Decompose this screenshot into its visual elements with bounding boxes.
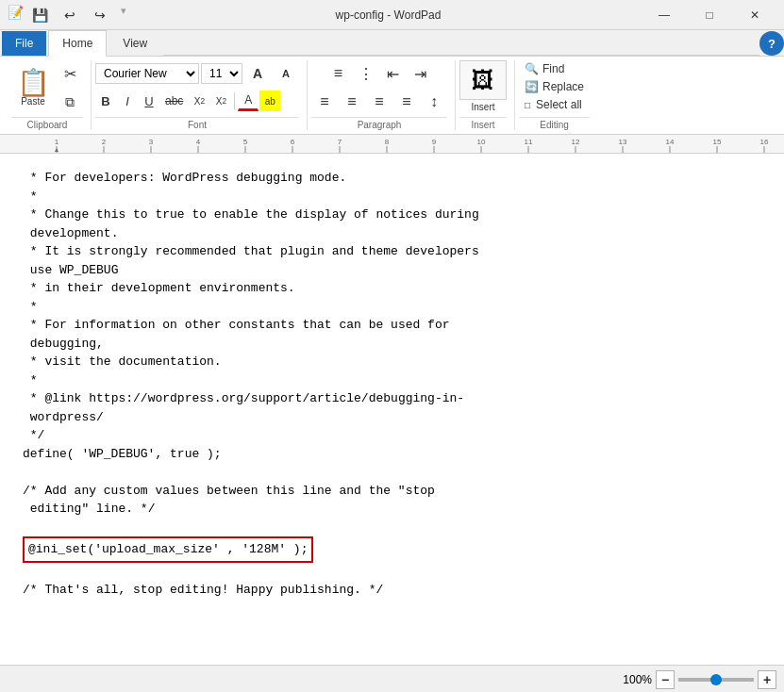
quick-access-redo[interactable]: ↪: [87, 5, 113, 25]
superscript-button[interactable]: X2: [210, 91, 231, 111]
insert-picture-area: 🖼: [459, 60, 507, 100]
increase-indent-button[interactable]: ⇥: [408, 60, 434, 87]
bullets-button[interactable]: ≡: [325, 60, 352, 87]
svg-text:6: 6: [291, 138, 295, 146]
svg-text:3: 3: [149, 138, 154, 146]
title-bar: 📝 💾 ↩ ↪ ▾ wp-config - WordPad — □ ✕: [0, 0, 784, 30]
cut-button[interactable]: ✂: [57, 60, 83, 87]
highlighted-code-line: @ini_set('upload_max_size' , '128M' );: [23, 536, 313, 563]
font-name-select[interactable]: Courier New: [95, 63, 199, 84]
decrease-indent-button[interactable]: ⇤: [380, 60, 407, 87]
font-size-select[interactable]: 11: [201, 63, 242, 84]
paste-icon: 📋: [17, 70, 50, 96]
svg-text:4: 4: [196, 138, 201, 146]
paragraph-label: Paragraph: [311, 117, 447, 130]
help-button[interactable]: ?: [759, 31, 784, 56]
insert-picture-icon: 🖼: [472, 67, 494, 93]
zoom-out-button[interactable]: −: [656, 670, 675, 689]
align-right-button[interactable]: ≡: [366, 89, 392, 115]
align-left-button[interactable]: ≡: [311, 89, 338, 115]
svg-text:7: 7: [338, 138, 342, 146]
svg-text:16: 16: [760, 138, 769, 146]
app-icon: 📝: [8, 5, 23, 20]
svg-text:11: 11: [525, 138, 533, 146]
svg-text:8: 8: [385, 138, 390, 146]
grow-font-button[interactable]: A: [244, 60, 271, 87]
select-all-button[interactable]: □ Select all: [519, 96, 590, 113]
find-icon: 🔍: [525, 62, 539, 75]
highlight-button[interactable]: ab: [259, 91, 280, 111]
insert-group: 🖼 Insert Insert: [456, 60, 515, 130]
italic-button[interactable]: I: [117, 91, 138, 111]
subscript-button[interactable]: X2: [189, 91, 209, 111]
svg-text:1: 1: [55, 138, 59, 146]
bold-button[interactable]: B: [95, 91, 116, 111]
editor-content: * For developers: WordPress debugging mo…: [23, 169, 761, 600]
underline-button[interactable]: U: [139, 91, 159, 111]
paste-area: 📋 Paste: [11, 61, 55, 114]
insert-label: Insert: [471, 102, 494, 112]
svg-text:12: 12: [572, 138, 580, 146]
ruler-svg: 1 2 3 4 5 6 7 8 9 10 11 12 13 1: [0, 135, 784, 154]
strikethrough-button[interactable]: abc: [160, 91, 188, 111]
zoom-level: 100%: [623, 673, 652, 686]
select-all-icon: □: [525, 100, 530, 110]
minimize-button[interactable]: —: [642, 0, 686, 30]
window-controls: — □ ✕: [642, 0, 776, 30]
svg-text:9: 9: [432, 138, 437, 146]
svg-text:2: 2: [102, 138, 107, 146]
align-center-button[interactable]: ≡: [339, 89, 365, 115]
tab-view[interactable]: View: [108, 30, 161, 56]
zoom-in-button[interactable]: +: [758, 670, 776, 689]
zoom-slider[interactable]: [678, 678, 754, 682]
font-selector-row: Courier New 11 A A: [95, 60, 299, 87]
editing-label: Editing: [519, 117, 590, 130]
insert-group-label: Insert: [459, 117, 507, 130]
svg-text:15: 15: [713, 138, 722, 146]
clipboard-label: Clipboard: [11, 117, 83, 130]
tab-home[interactable]: Home: [48, 30, 107, 57]
font-color-button[interactable]: A: [238, 91, 259, 111]
window-title: wp-config - WordPad: [134, 8, 642, 22]
title-bar-icons: 📝 💾 ↩ ↪ ▾: [8, 5, 126, 25]
quick-access-undo[interactable]: ↩: [57, 5, 83, 25]
find-button[interactable]: 🔍 Find: [519, 60, 590, 77]
separator: [234, 92, 235, 109]
shrink-font-button[interactable]: A: [273, 60, 299, 87]
svg-text:13: 13: [619, 138, 627, 146]
svg-text:14: 14: [666, 138, 675, 146]
close-button[interactable]: ✕: [733, 0, 776, 30]
quick-access-save[interactable]: 💾: [26, 5, 53, 25]
line-spacing-button[interactable]: ↕: [421, 89, 447, 115]
editing-group: 🔍 Find 🔄 Replace □ Select all Editing: [515, 60, 597, 130]
maximize-button[interactable]: □: [688, 0, 731, 30]
ruler: 1 2 3 4 5 6 7 8 9 10 11 12 13 1: [0, 135, 784, 154]
tab-file[interactable]: File: [2, 31, 46, 56]
numbering-button[interactable]: ⋮: [353, 60, 379, 87]
zoom-slider-thumb[interactable]: [710, 674, 722, 685]
font-label: Font: [95, 117, 299, 130]
editor-area[interactable]: * For developers: WordPress debugging mo…: [0, 154, 784, 665]
svg-text:5: 5: [243, 138, 248, 146]
format-row: B I U abc X2 X2 A ab: [95, 91, 280, 111]
svg-text:10: 10: [477, 138, 486, 146]
zoom-area: 100% − +: [623, 670, 776, 689]
replace-button[interactable]: 🔄 Replace: [519, 78, 590, 95]
font-group: Courier New 11 A A B I U abc X2 X2 A ab …: [92, 60, 308, 130]
paragraph-group: ≡ ⋮ ⇤ ⇥ ≡ ≡ ≡ ≡ ↕ Paragraph: [308, 60, 456, 130]
ribbon-tabs: File Home View ?: [0, 30, 784, 56]
paste-button[interactable]: 📋 Paste: [11, 61, 55, 114]
ribbon: 📋 Paste ✂ ⧉ Clipboard Courier New 11 A A: [0, 56, 784, 135]
copy-button[interactable]: ⧉: [57, 89, 83, 115]
justify-button[interactable]: ≡: [393, 89, 420, 115]
status-bar: 100% − +: [0, 665, 784, 692]
clipboard-group: 📋 Paste ✂ ⧉ Clipboard: [8, 60, 92, 130]
replace-icon: 🔄: [525, 80, 539, 93]
